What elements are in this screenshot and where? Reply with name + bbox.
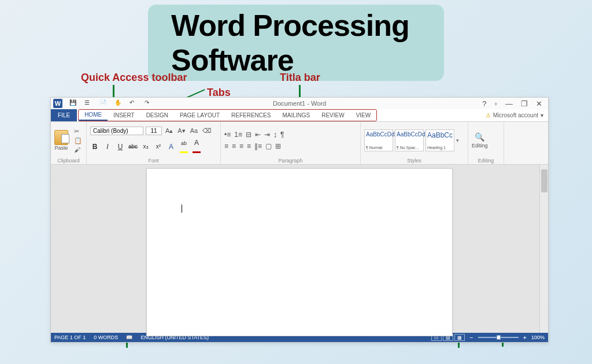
font-color-swatch <box>193 151 201 153</box>
numbering-icon[interactable]: 1≡ <box>234 131 242 139</box>
tab-view[interactable]: VIEW <box>350 110 377 121</box>
account-area[interactable]: ⚠ Microsoft account ▾ <box>486 109 548 121</box>
font-color-button[interactable]: A <box>192 139 201 155</box>
undo-icon[interactable]: ↶ <box>130 99 138 107</box>
shading-icon[interactable]: ▢ <box>265 142 272 150</box>
editing-label: Editing <box>472 143 488 148</box>
sort-icon[interactable]: ↨ <box>273 131 277 139</box>
tab-page-layout[interactable]: PAGE LAYOUT <box>174 110 225 121</box>
grow-font-icon[interactable]: A▴ <box>164 127 174 135</box>
group-label-paragraph: Paragraph <box>224 157 357 164</box>
style-normal[interactable]: AaBbCcDd ¶ Normal <box>364 129 393 151</box>
scrollbar-thumb[interactable] <box>541 169 547 192</box>
align-center-icon[interactable]: ≡ <box>232 142 236 150</box>
show-marks-icon[interactable]: ¶ <box>280 131 284 139</box>
account-label: Microsoft account <box>493 112 538 118</box>
highlight-button[interactable]: ab <box>179 139 188 155</box>
tab-references[interactable]: REFERENCES <box>225 110 276 121</box>
annotation-line <box>113 85 114 98</box>
tab-home[interactable]: HOME <box>79 110 108 121</box>
ribbon-group-clipboard: Paste ✂ 📋 🖌 Clipboard <box>51 122 87 164</box>
format-painter-icon[interactable]: 🖌 <box>74 146 82 153</box>
tab-file[interactable]: FILE <box>51 109 77 121</box>
document-page[interactable] <box>146 168 453 336</box>
subscript-button[interactable]: x₂ <box>141 143 150 150</box>
ribbon-group-font: Calibri (Body) 11 A▴ A▾ Aa ⌫ B I U abc x… <box>87 122 221 164</box>
decrease-indent-icon[interactable]: ⇤ <box>255 131 261 139</box>
help-icon[interactable]: ? <box>482 99 486 108</box>
clear-formatting-icon[interactable]: ⌫ <box>201 127 213 135</box>
ribbon-tabs-container: HOME INSERT DESIGN PAGE LAYOUT REFERENCE… <box>78 109 377 121</box>
bullets-icon[interactable]: •≡ <box>224 131 231 139</box>
document-area <box>51 165 548 333</box>
zoom-level[interactable]: 100% <box>531 335 545 340</box>
text-cursor <box>182 205 182 213</box>
copy-icon[interactable]: 📋 <box>74 137 82 144</box>
align-right-icon[interactable]: ≡ <box>239 142 243 150</box>
zoom-slider[interactable] <box>478 337 519 338</box>
superscript-button[interactable]: x² <box>154 143 163 150</box>
annotation-line <box>299 85 301 98</box>
paste-icon <box>54 130 68 145</box>
styles-more-icon[interactable]: ▾ <box>456 138 459 143</box>
highlight-swatch <box>180 151 188 153</box>
style-heading-1[interactable]: AaBbCc Heading 1 <box>426 129 454 151</box>
increase-indent-icon[interactable]: ⇥ <box>264 131 270 139</box>
qat-icon[interactable]: 📄 <box>99 99 108 107</box>
ribbon-options-icon[interactable]: ▫ <box>494 99 497 108</box>
tab-mailings[interactable]: MAILINGS <box>276 110 316 121</box>
zoom-slider-thumb[interactable] <box>497 335 501 340</box>
shrink-font-icon[interactable]: A▾ <box>176 127 186 135</box>
font-size-select[interactable]: 11 <box>146 127 162 135</box>
multilevel-list-icon[interactable]: ⊟ <box>246 131 251 139</box>
page-count[interactable]: PAGE 1 OF 1 <box>54 335 86 340</box>
tab-review[interactable]: REVIEW <box>316 110 350 121</box>
proofing-icon[interactable]: 📖 <box>126 335 132 340</box>
annotation-quick-access: Quick Access toolbar <box>81 72 187 84</box>
quick-access-toolbar: W 💾 ☰ 📄 ✋ ↶ ↷ <box>53 99 153 108</box>
line-spacing-icon[interactable]: ‖≡ <box>254 142 262 150</box>
change-case-icon[interactable]: Aa <box>189 127 199 134</box>
vertical-scrollbar[interactable] <box>539 165 548 333</box>
web-layout-button[interactable]: ▦ <box>454 334 465 341</box>
word-count[interactable]: 0 WORDS <box>94 335 118 340</box>
window-title: Document1 - Word <box>273 100 326 107</box>
group-label-clipboard: Clipboard <box>54 157 83 164</box>
ribbon-group-editing: 🔍 Editing Editing <box>468 122 504 164</box>
paste-button[interactable]: Paste <box>54 130 68 151</box>
justify-icon[interactable]: ≡ <box>247 142 251 150</box>
zoom-out-button[interactable]: − <box>469 334 473 341</box>
tab-insert[interactable]: INSERT <box>108 110 140 121</box>
minimize-icon[interactable]: — <box>505 99 513 108</box>
word-window: W 💾 ☰ 📄 ✋ ↶ ↷ Document1 - Word ? ▫ — ❐ ✕… <box>50 97 549 343</box>
find-icon[interactable]: 🔍 <box>475 132 484 142</box>
touch-mode-icon[interactable]: ✋ <box>114 99 123 107</box>
chevron-down-icon: ▾ <box>541 112 543 118</box>
font-name-select[interactable]: Calibri (Body) <box>90 127 143 135</box>
group-label-font: Font <box>90 157 217 164</box>
text-effects-button[interactable]: A <box>166 143 176 151</box>
style-no-spacing[interactable]: AaBbCcDd ¶ No Spac... <box>395 129 424 151</box>
save-icon[interactable]: 💾 <box>69 99 77 107</box>
group-label-editing: Editing <box>472 157 500 164</box>
underline-button[interactable]: U <box>116 143 125 151</box>
strikethrough-button[interactable]: abc <box>128 143 138 150</box>
restore-icon[interactable]: ❐ <box>521 99 528 108</box>
ribbon: Paste ✂ 📋 🖌 Clipboard Calibri (Body) 11 … <box>51 122 548 165</box>
borders-icon[interactable]: ⊞ <box>275 142 281 150</box>
align-left-icon[interactable]: ≡ <box>224 142 228 150</box>
page-title: Word Processing Software <box>171 8 421 77</box>
annotation-title-bar: Titla bar <box>280 72 320 84</box>
close-icon[interactable]: ✕ <box>536 99 542 108</box>
cut-icon[interactable]: ✂ <box>74 128 82 135</box>
qat-icon[interactable]: ☰ <box>84 99 92 107</box>
italic-button[interactable]: I <box>103 143 112 151</box>
ribbon-tabs-row: FILE HOME INSERT DESIGN PAGE LAYOUT REFE… <box>51 109 548 122</box>
warning-icon: ⚠ <box>486 112 491 118</box>
tab-design[interactable]: DESIGN <box>140 110 174 121</box>
title-bar: W 💾 ☰ 📄 ✋ ↶ ↷ Document1 - Word ? ▫ — ❐ ✕ <box>51 98 548 109</box>
zoom-in-button[interactable]: + <box>523 334 527 341</box>
bold-button[interactable]: B <box>90 143 99 151</box>
redo-icon[interactable]: ↷ <box>145 99 153 107</box>
group-label-styles: Styles <box>364 157 464 164</box>
